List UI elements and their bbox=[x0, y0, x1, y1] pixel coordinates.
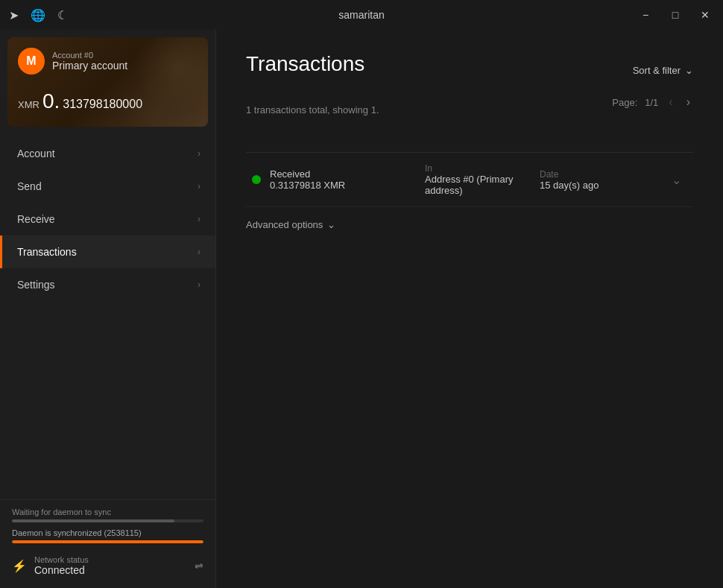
titlebar-left-icons: ➤ 🌐 ☾ bbox=[9, 8, 68, 22]
window-controls: − □ ✕ bbox=[637, 6, 714, 24]
daemon-progress-bar bbox=[12, 540, 203, 543]
moon-icon[interactable]: ☾ bbox=[57, 8, 68, 22]
network-status: ⚡ Network status Connected ⇌ bbox=[12, 551, 203, 581]
shuffle-icon[interactable]: ⇌ bbox=[195, 560, 203, 572]
titlebar: ➤ 🌐 ☾ samaritan − □ ✕ bbox=[0, 0, 723, 30]
nav-receive-label: Receive bbox=[17, 213, 55, 225]
close-button[interactable]: ✕ bbox=[696, 6, 714, 24]
transaction-amount: 0.31379818 XMR bbox=[270, 180, 425, 191]
received-indicator bbox=[252, 175, 261, 184]
transactions-summary: 1 transactions total, showing 1. bbox=[246, 104, 379, 116]
page-next-button[interactable]: › bbox=[683, 94, 693, 110]
balance-currency: XMR bbox=[18, 99, 40, 110]
nav-send-label: Send bbox=[17, 180, 42, 192]
main-layout: M Account #0 Primary account XMR 0. 3137… bbox=[0, 30, 723, 588]
advanced-options-label: Advanced options bbox=[246, 219, 323, 230]
network-text: Network status Connected bbox=[34, 555, 89, 576]
transaction-in-label: In bbox=[425, 163, 540, 174]
nav-settings-label: Settings bbox=[17, 279, 55, 291]
account-number: Account #0 bbox=[52, 51, 127, 60]
page-label: Page: bbox=[612, 97, 637, 108]
sidebar-item-receive[interactable]: Receive › bbox=[0, 203, 215, 235]
sidebar-item-account[interactable]: Account › bbox=[0, 137, 215, 170]
daemon-label: Daemon is synchronized (2538115) bbox=[12, 528, 203, 537]
minimize-button[interactable]: − bbox=[637, 6, 654, 24]
sort-filter-label: Sort & filter bbox=[633, 65, 681, 76]
balance-whole: 0. bbox=[42, 89, 60, 113]
account-balance: XMR 0. 313798180000 bbox=[18, 89, 198, 113]
page-value: 1/1 bbox=[645, 97, 658, 108]
transaction-column-headers bbox=[246, 140, 693, 153]
sidebar-item-send[interactable]: Send › bbox=[0, 170, 215, 203]
chevron-right-icon: › bbox=[198, 247, 201, 257]
transaction-expand-icon[interactable]: ⌄ bbox=[659, 173, 681, 187]
network-label: Network status bbox=[34, 555, 89, 564]
chevron-right-icon: › bbox=[198, 181, 201, 192]
transaction-date-value: 15 day(s) ago bbox=[540, 180, 659, 191]
transaction-date-label: Date bbox=[540, 169, 659, 180]
transaction-type-column: Received 0.31379818 XMR bbox=[270, 168, 425, 191]
transaction-in-value: Address #0 (Primary address) bbox=[425, 174, 540, 196]
table-row[interactable]: Received 0.31379818 XMR In Address #0 (P… bbox=[246, 153, 693, 207]
account-type: Primary account bbox=[52, 60, 127, 72]
advanced-options-toggle[interactable]: Advanced options ⌄ bbox=[246, 219, 693, 230]
nav-transactions-label: Transactions bbox=[17, 246, 77, 258]
chevron-right-icon: › bbox=[198, 279, 201, 290]
sidebar-item-transactions[interactable]: Transactions › bbox=[0, 235, 215, 268]
maximize-button[interactable]: □ bbox=[666, 6, 684, 24]
transaction-date-column: Date 15 day(s) ago bbox=[540, 169, 659, 191]
account-header: M Account #0 Primary account bbox=[18, 48, 198, 75]
daemon-progress-fill bbox=[12, 540, 203, 543]
balance-decimal: 313798180000 bbox=[63, 98, 142, 111]
sidebar: M Account #0 Primary account XMR 0. 3137… bbox=[0, 30, 216, 588]
page-navigation: Page: 1/1 ‹ › bbox=[612, 94, 693, 110]
transaction-type-label: Received bbox=[270, 168, 425, 180]
chevron-down-icon: ⌄ bbox=[685, 65, 693, 76]
globe-icon[interactable]: 🌐 bbox=[31, 8, 45, 22]
lightning-icon: ⚡ bbox=[12, 559, 27, 573]
monero-logo: M bbox=[18, 48, 45, 75]
sync-progress-fill bbox=[12, 519, 174, 522]
app-title: samaritan bbox=[338, 9, 384, 21]
sidebar-bottom: Waiting for daemon to sync Daemon is syn… bbox=[0, 499, 215, 588]
sort-filter-button[interactable]: Sort & filter ⌄ bbox=[633, 65, 693, 76]
chevron-right-icon: › bbox=[198, 148, 201, 159]
content-header-row: Transactions Sort & filter ⌄ bbox=[246, 52, 693, 88]
account-card[interactable]: M Account #0 Primary account XMR 0. 3137… bbox=[7, 37, 208, 127]
sync-waiting-label: Waiting for daemon to sync bbox=[12, 508, 203, 516]
network-value: Connected bbox=[34, 564, 89, 576]
account-info: Account #0 Primary account bbox=[52, 51, 127, 72]
navigate-icon[interactable]: ➤ bbox=[9, 8, 19, 22]
content-area: Transactions Sort & filter ⌄ 1 transacti… bbox=[216, 30, 723, 588]
chevron-right-icon: › bbox=[198, 214, 201, 224]
page-prev-button[interactable]: ‹ bbox=[666, 94, 675, 110]
chevron-down-icon: ⌄ bbox=[327, 219, 335, 230]
nav-items: Account › Send › Receive › Transactions … bbox=[0, 134, 215, 499]
sync-progress-bar bbox=[12, 519, 203, 522]
page-title: Transactions bbox=[246, 52, 364, 76]
nav-account-label: Account bbox=[17, 148, 55, 159]
transaction-in-column: In Address #0 (Primary address) bbox=[425, 163, 540, 196]
sidebar-item-settings[interactable]: Settings › bbox=[0, 268, 215, 301]
